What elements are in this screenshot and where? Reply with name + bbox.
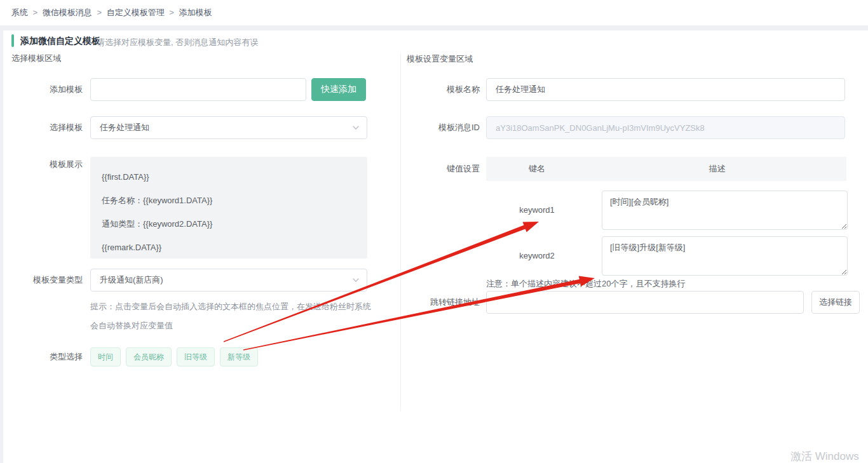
breadcrumb-bar: 系统 > 微信模板消息 > 自定义模板管理 > 添加模板 bbox=[0, 0, 868, 25]
page-subtitle: 请选择对应模板变量, 否则消息通知内容有误 bbox=[97, 37, 258, 48]
select-template-dropdown[interactable]: 任务处理通知 bbox=[90, 116, 367, 139]
left-region-title: 选择模板区域 bbox=[11, 53, 61, 64]
section-accent-bar bbox=[11, 34, 14, 47]
add-template-input[interactable] bbox=[90, 78, 306, 101]
template-name-label: 模板名称 bbox=[381, 78, 480, 101]
right-region-title: 模板设置变量区域 bbox=[407, 53, 473, 65]
template-display-line: {{first.DATA}} bbox=[102, 165, 356, 189]
keyvalue-key: keyword2 bbox=[486, 236, 588, 276]
breadcrumb-item[interactable]: 微信模板消息 bbox=[43, 8, 92, 17]
keyvalue-description-textarea[interactable] bbox=[602, 236, 848, 276]
jump-link-label: 跳转链接地址 bbox=[381, 291, 480, 314]
breadcrumb-item[interactable]: 系统 bbox=[11, 8, 28, 17]
activate-windows-watermark: 激活 Windows bbox=[790, 449, 859, 463]
template-display-line: {{remark.DATA}} bbox=[102, 236, 356, 259]
type-button[interactable]: 旧等级 bbox=[177, 347, 215, 366]
add-template-label: 添加模板 bbox=[11, 78, 83, 101]
keyvalue-label: 键值设置 bbox=[381, 157, 480, 181]
variable-type-dropdown[interactable]: 升级通知(新店商) bbox=[90, 269, 367, 292]
keyvalue-key: keyword1 bbox=[486, 191, 588, 230]
breadcrumb-item[interactable]: 自定义模板管理 bbox=[107, 8, 165, 17]
breadcrumb: 系统 > 微信模板消息 > 自定义模板管理 > 添加模板 bbox=[11, 0, 212, 25]
template-msg-id-label: 模板消息ID bbox=[381, 116, 480, 139]
breadcrumb-separator: > bbox=[95, 8, 104, 17]
keyvalue-header: 键名 描述 bbox=[486, 157, 846, 181]
variable-type-value: 升级通知(新店商) bbox=[100, 274, 163, 286]
variable-type-label: 模板变量类型 bbox=[11, 269, 83, 292]
type-buttons: 时间会员昵称旧等级新等级 bbox=[90, 347, 258, 366]
template-msg-id-input bbox=[486, 116, 845, 139]
keyvalue-column-description: 描述 bbox=[588, 163, 846, 175]
keyvalue-column-key: 键名 bbox=[486, 163, 588, 175]
type-button[interactable]: 会员昵称 bbox=[126, 347, 172, 366]
chevron-down-icon bbox=[351, 276, 360, 285]
keyvalue-description-textarea[interactable] bbox=[602, 191, 848, 230]
chevron-down-icon bbox=[351, 123, 360, 132]
variable-hint-line-1: 提示：点击变量后会自动插入选择的文本框的焦点位置，在发送给粉丝时系统 bbox=[90, 297, 371, 316]
template-display-box: {{first.DATA}}任务名称：{{keyword1.DATA}}通知类型… bbox=[90, 157, 367, 258]
quick-add-button[interactable]: 快速添加 bbox=[311, 78, 366, 101]
variable-hint-line-2: 会自动替换对应变量值 bbox=[90, 316, 173, 335]
template-display-line: 通知类型：{{keyword2.DATA}} bbox=[102, 212, 356, 236]
breadcrumb-separator: > bbox=[167, 8, 177, 17]
template-display-line: 任务名称：{{keyword1.DATA}} bbox=[102, 189, 356, 212]
keyvalue-note: 注意：单个描述内容建议不超过20个字，且不支持换行 bbox=[486, 278, 685, 290]
breadcrumb-separator: > bbox=[31, 8, 40, 17]
type-select-label: 类型选择 bbox=[11, 347, 83, 366]
select-link-button[interactable]: 选择链接 bbox=[811, 291, 860, 314]
screen: 系统 > 微信模板消息 > 自定义模板管理 > 添加模板 添加微信自定义模板 请… bbox=[0, 0, 868, 463]
type-button[interactable]: 新等级 bbox=[220, 347, 258, 366]
select-template-label: 选择模板 bbox=[11, 116, 83, 139]
jump-link-input[interactable] bbox=[486, 291, 804, 314]
column-divider bbox=[400, 54, 401, 411]
breadcrumb-item[interactable]: 添加模板 bbox=[179, 8, 212, 17]
template-display-label: 模板展示 bbox=[11, 159, 83, 170]
select-template-value: 任务处理通知 bbox=[100, 122, 149, 133]
type-button[interactable]: 时间 bbox=[90, 347, 121, 366]
page-title: 添加微信自定义模板 bbox=[20, 36, 100, 47]
template-name-input[interactable] bbox=[486, 78, 845, 101]
